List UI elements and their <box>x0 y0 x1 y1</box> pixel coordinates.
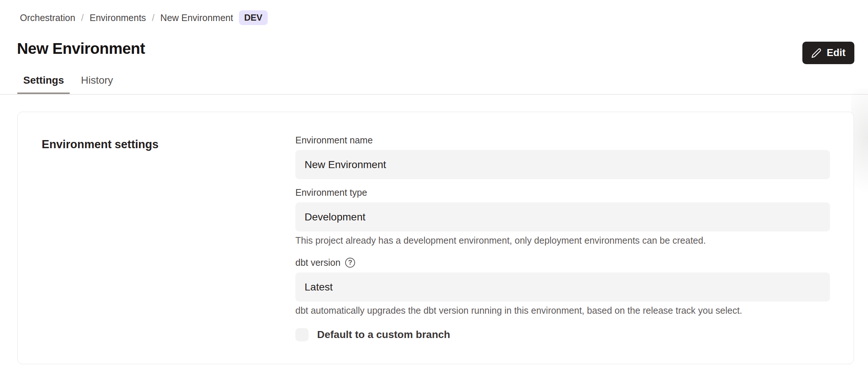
breadcrumb-separator: / <box>81 13 84 23</box>
dbt-version-helper: dbt automatically upgrades the dbt versi… <box>295 305 830 316</box>
environment-settings-form: Environment name New Environment Environ… <box>295 135 830 341</box>
breadcrumb-separator: / <box>152 13 154 23</box>
dbt-version-input[interactable]: Latest <box>295 272 830 302</box>
environment-name-label: Environment name <box>295 135 830 146</box>
dbt-version-label: dbt version ? <box>295 257 830 268</box>
custom-branch-checkbox[interactable] <box>295 328 309 341</box>
edit-button-label: Edit <box>827 47 846 59</box>
breadcrumb-new-environment[interactable]: New Environment <box>160 13 233 23</box>
custom-branch-row: Default to a custom branch <box>295 328 830 341</box>
pencil-icon <box>811 48 822 58</box>
page: Orchestration / Environments / New Envir… <box>0 0 868 376</box>
breadcrumb-orchestration[interactable]: Orchestration <box>20 13 75 23</box>
tab-history[interactable]: History <box>75 74 119 94</box>
tab-settings[interactable]: Settings <box>17 74 70 94</box>
environment-type-input[interactable]: Development <box>295 202 830 231</box>
environment-name-label-text: Environment name <box>295 135 373 146</box>
tabs-divider <box>0 94 868 95</box>
environment-type-label-text: Environment type <box>295 187 367 198</box>
environment-type-helper: This project already has a development e… <box>295 235 830 246</box>
environment-settings-card: Environment settings Environment name Ne… <box>17 112 854 364</box>
dbt-version-label-text: dbt version <box>295 257 340 268</box>
environment-name-input[interactable]: New Environment <box>295 150 830 179</box>
custom-branch-label: Default to a custom branch <box>317 329 450 341</box>
tab-bar: Settings History <box>17 74 119 94</box>
breadcrumb: Orchestration / Environments / New Envir… <box>20 10 268 25</box>
page-title: New Environment <box>17 40 145 58</box>
edit-button[interactable]: Edit <box>802 42 854 64</box>
environment-type-label: Environment type <box>295 187 830 198</box>
dev-badge: DEV <box>239 10 267 25</box>
card-heading: Environment settings <box>42 138 159 151</box>
circle-question-icon[interactable]: ? <box>345 258 355 268</box>
breadcrumb-environments[interactable]: Environments <box>90 13 146 23</box>
